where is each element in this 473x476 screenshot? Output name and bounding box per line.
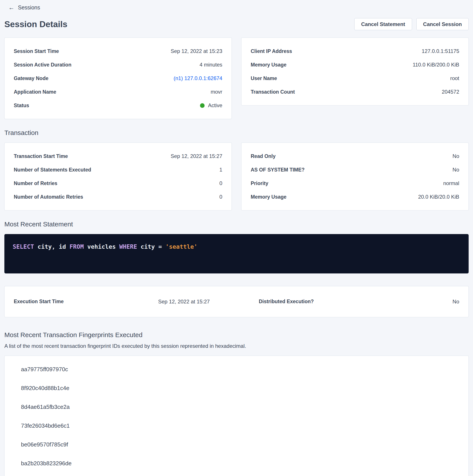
memory-usage-label: Memory Usage [251,62,287,68]
priority-label: Priority [251,180,268,186]
client-ip-value: 127.0.0.1:51175 [422,48,459,54]
client-info-card: Client IP Address 127.0.0.1:51175 Memory… [241,38,469,105]
status-value: Active [208,102,222,108]
sql-token: city, id [34,243,70,250]
gateway-node-link[interactable]: (n1) 127.0.0.1:62674 [174,75,222,81]
automatic-retries-row: Number of Automatic Retries 0 [14,190,222,204]
session-active-duration-value: 4 minutes [199,62,222,68]
read-only-label: Read Only [251,153,276,159]
most-recent-statement-heading: Most Recent Statement [4,221,469,228]
fingerprint-list-item: 8d4ae61a5fb3ce2a [21,404,459,410]
session-info-card: Session Start Time Sep 12, 2022 at 15:23… [4,38,232,119]
transaction-count-value: 204572 [442,89,459,95]
user-name-label: User Name [251,75,277,81]
sql-token: vehicles [84,243,119,250]
action-buttons: Cancel Statement Cancel Session [354,18,469,30]
cancel-session-button[interactable]: Cancel Session [416,18,469,30]
user-name-value: root [450,75,459,81]
read-only-value: No [453,153,459,159]
as-of-system-time-label: AS OF SYSTEM TIME? [251,167,305,173]
session-start-time-row: Session Start Time Sep 12, 2022 at 15:23 [14,44,222,58]
session-details-page: ← Sessions Session Details Cancel Statem… [0,0,473,476]
automatic-retries-label: Number of Automatic Retries [14,194,83,200]
retries-label: Number of Retries [14,180,57,186]
transaction-start-time-label: Transaction Start Time [14,153,68,159]
memory-usage-row: Memory Usage 110.0 KiB/200.0 KiB [251,58,459,71]
title-row: Session Details Cancel Statement Cancel … [4,18,469,30]
execution-info-card: Execution Start Time Sep 12, 2022 at 15:… [4,286,469,317]
memory-usage-value: 110.0 KiB/200.0 KiB [413,62,459,68]
automatic-retries-value: 0 [219,194,222,200]
transaction-left-card: Transaction Start Time Sep 12, 2022 at 1… [4,143,232,210]
distributed-execution-value: No [453,299,459,305]
fingerprints-description: A list of the most recent transaction fi… [4,343,469,349]
page-title: Session Details [4,19,67,29]
sql-token: WHERE [119,243,137,250]
status-row: Status Active [14,99,222,112]
sql-token: 'seattle' [165,243,197,250]
read-only-row: Read Only No [251,149,459,163]
distributed-execution-pair: Distributed Execution? No [259,299,459,305]
transaction-right-card: Read Only No AS OF SYSTEM TIME? No Prior… [241,143,469,210]
statements-executed-value: 1 [219,167,222,173]
statements-executed-row: Number of Statements Executed 1 [14,163,222,177]
txn-memory-usage-row: Memory Usage 20.0 KiB/20.0 KiB [251,190,459,204]
execution-start-time-value: Sep 12, 2022 at 15:27 [158,299,210,305]
txn-memory-usage-label: Memory Usage [251,194,287,200]
fingerprint-list-item: ba2b203b823296de [21,460,459,466]
session-active-duration-label: Session Active Duration [14,62,71,68]
as-of-system-time-value: No [453,167,459,173]
sql-statement-box: SELECT city, id FROM vehicles WHERE city… [4,234,469,273]
retries-value: 0 [219,180,222,186]
transaction-start-time-row: Transaction Start Time Sep 12, 2022 at 1… [14,149,222,163]
priority-value: normal [443,180,459,186]
gateway-node-row: Gateway Node (n1) 127.0.0.1:62674 [14,71,222,85]
sql-token: FROM [69,243,84,250]
back-arrow-icon: ← [8,5,15,11]
sql-statement: SELECT city, id FROM vehicles WHERE city… [13,243,197,250]
status-badge: Active [200,102,222,108]
user-name-row: User Name root [251,71,459,85]
fingerprints-heading: Most Recent Transaction Fingerprints Exe… [4,331,469,339]
status-active-dot-icon [200,103,205,108]
sql-token: SELECT [13,243,34,250]
session-start-time-value: Sep 12, 2022 at 15:23 [171,48,222,54]
cancel-statement-button[interactable]: Cancel Statement [354,18,412,30]
transaction-count-row: Transaction Count 204572 [251,85,459,99]
fingerprints-card: aa79775ff097970c8f920c40d88b1c4e8d4ae61a… [4,356,469,476]
application-name-row: Application Name movr [14,85,222,99]
sql-token: city = [137,243,165,250]
status-label: Status [14,102,29,108]
transaction-section-heading: Transaction [4,129,469,136]
transaction-start-time-value: Sep 12, 2022 at 15:27 [171,153,222,159]
fingerprint-list-item: 8f920c40d88b1c4e [21,385,459,391]
execution-start-time-pair: Execution Start Time Sep 12, 2022 at 15:… [14,299,210,305]
session-start-time-label: Session Start Time [14,48,59,54]
retries-row: Number of Retries 0 [14,177,222,190]
application-name-value: movr [211,89,222,95]
session-active-duration-row: Session Active Duration 4 minutes [14,58,222,71]
back-to-sessions-link[interactable]: ← Sessions [4,2,44,13]
back-label: Sessions [18,4,40,11]
client-ip-row: Client IP Address 127.0.0.1:51175 [251,44,459,58]
transaction-count-label: Transaction Count [251,89,295,95]
txn-memory-usage-value: 20.0 KiB/20.0 KiB [418,194,459,200]
execution-start-time-label: Execution Start Time [14,299,64,305]
application-name-label: Application Name [14,89,56,95]
fingerprint-list-item: be06e9570f785c9f [21,442,459,447]
fingerprint-list-item: 73fe26034bd6e6c1 [21,423,459,428]
priority-row: Priority normal [251,177,459,190]
fingerprints-list: aa79775ff097970c8f920c40d88b1c4e8d4ae61a… [21,366,459,466]
gateway-node-label: Gateway Node [14,75,49,81]
transaction-cards-row: Transaction Start Time Sep 12, 2022 at 1… [4,143,469,210]
client-ip-label: Client IP Address [251,48,292,54]
distributed-execution-label: Distributed Execution? [259,299,314,305]
fingerprint-list-item: aa79775ff097970c [21,366,459,372]
session-summary-row: Session Start Time Sep 12, 2022 at 15:23… [4,38,469,119]
as-of-system-time-row: AS OF SYSTEM TIME? No [251,163,459,177]
statements-executed-label: Number of Statements Executed [14,167,91,173]
